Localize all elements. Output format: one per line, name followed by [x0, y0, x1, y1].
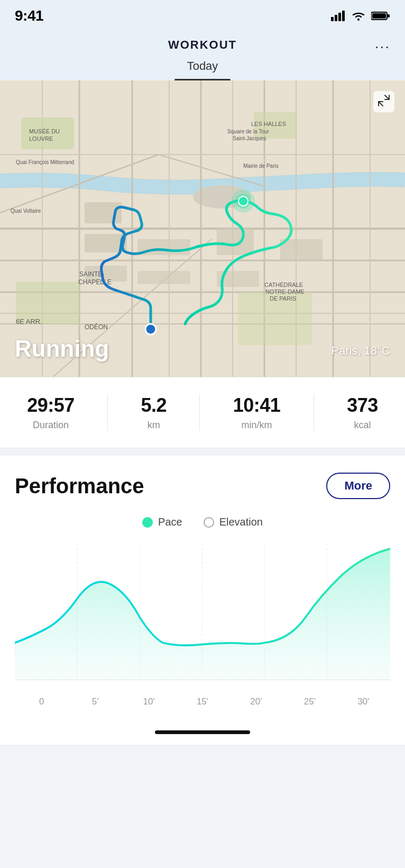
signal-icon — [331, 11, 346, 21]
svg-text:Square de la Tour: Square de la Tour — [227, 129, 269, 134]
stat-divider-1 — [107, 394, 108, 431]
stats-row: 29:57 Duration 5.2 km 10:41 min/km 373 k… — [0, 377, 405, 448]
stat-divider-2 — [199, 394, 200, 431]
svg-line-61 — [379, 102, 383, 106]
x-label-15: 15' — [176, 697, 229, 707]
svg-rect-38 — [280, 239, 323, 260]
status-icons — [331, 11, 390, 21]
svg-text:6E ARR.: 6E ARR. — [16, 318, 42, 326]
legend-pace: Pace — [142, 516, 182, 528]
wifi-icon — [351, 11, 366, 21]
location-label: Paris, 18°C — [331, 344, 390, 358]
x-label-0: 0 — [15, 697, 68, 707]
activity-label: Running — [15, 336, 109, 362]
svg-text:MUSÉE DU: MUSÉE DU — [29, 128, 60, 134]
svg-rect-3 — [342, 11, 345, 21]
performance-section: Performance More Pace Elevation — [0, 456, 405, 718]
svg-point-59 — [238, 196, 248, 206]
svg-text:DE PARIS: DE PARIS — [270, 295, 297, 302]
legend-elevation: Elevation — [204, 516, 263, 528]
svg-text:Saint-Jacques: Saint-Jacques — [233, 135, 266, 141]
pace-chart — [15, 543, 390, 691]
menu-button[interactable]: ··· — [375, 38, 390, 55]
svg-point-56 — [145, 324, 156, 334]
svg-rect-39 — [137, 271, 190, 284]
x-label-25: 25' — [283, 697, 336, 707]
header: WORKOUT ··· — [0, 29, 405, 52]
svg-text:LES HALLES: LES HALLES — [251, 121, 286, 127]
map-expand-button[interactable] — [373, 91, 394, 112]
tab-bar: Today — [0, 52, 405, 80]
x-label-30: 30' — [337, 697, 390, 707]
svg-rect-7 — [372, 13, 386, 19]
pace-legend-label: Pace — [158, 516, 182, 528]
stat-divider-3 — [314, 394, 314, 431]
svg-rect-6 — [388, 14, 390, 17]
calories-label: kcal — [354, 420, 371, 431]
duration-value: 29:57 — [27, 394, 75, 417]
bottom-section — [0, 718, 405, 745]
performance-title: Performance — [15, 474, 144, 498]
svg-text:Mairie de Paris: Mairie de Paris — [243, 163, 279, 169]
distance-value: 5.2 — [141, 394, 167, 417]
battery-icon — [371, 11, 390, 21]
tab-today[interactable]: Today — [174, 59, 231, 80]
stat-pace: 10:41 min/km — [233, 394, 281, 431]
map-background: MUSÉE DU LOUVRE LES HALLES Quai François… — [0, 80, 405, 377]
stat-duration: 29:57 Duration — [27, 394, 75, 431]
status-time: 9:41 — [15, 7, 43, 24]
calories-value: 373 — [347, 394, 378, 417]
map-section: MUSÉE DU LOUVRE LES HALLES Quai François… — [0, 80, 405, 377]
svg-rect-1 — [335, 15, 337, 21]
pace-label: min/km — [242, 420, 272, 431]
home-indicator — [155, 730, 250, 734]
svg-rect-37 — [217, 229, 254, 255]
page-title: WORKOUT — [168, 38, 237, 52]
svg-text:Quai François Mitterrand: Quai François Mitterrand — [16, 159, 74, 165]
more-button[interactable]: More — [326, 473, 390, 499]
svg-text:NOTRE-DAME: NOTRE-DAME — [265, 288, 305, 295]
svg-point-4 — [357, 19, 360, 21]
svg-line-60 — [385, 95, 389, 100]
svg-text:ODÉON: ODÉON — [85, 323, 108, 331]
elevation-legend-label: Elevation — [219, 516, 263, 528]
pace-value: 10:41 — [233, 394, 281, 417]
chart-legend: Pace Elevation — [15, 516, 390, 528]
svg-rect-2 — [338, 13, 341, 21]
chart-x-labels: 0 5' 10' 15' 20' 25' 30' — [15, 691, 390, 718]
pace-legend-dot — [142, 517, 153, 528]
svg-text:LOUVRE: LOUVRE — [29, 135, 53, 142]
elevation-legend-dot — [204, 517, 214, 528]
svg-text:Quai Voltaire: Quai Voltaire — [11, 208, 41, 214]
duration-label: Duration — [33, 420, 69, 431]
distance-label: km — [148, 420, 160, 431]
stat-calories: 373 kcal — [347, 394, 378, 431]
stat-distance: 5.2 km — [141, 394, 167, 431]
svg-text:CATHÉDRALE: CATHÉDRALE — [264, 282, 303, 288]
x-label-10: 10' — [122, 697, 176, 707]
performance-header: Performance More — [15, 473, 390, 499]
x-label-20: 20' — [229, 697, 283, 707]
status-bar: 9:41 — [0, 0, 405, 29]
x-label-5: 5' — [68, 697, 122, 707]
svg-rect-0 — [331, 17, 334, 21]
